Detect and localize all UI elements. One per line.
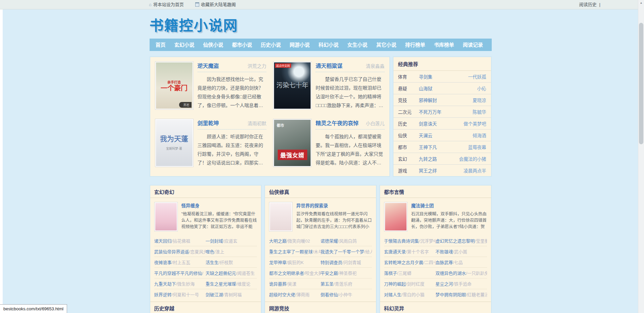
book-link[interactable]: 双缠异色的湖水 [435,271,466,276]
book-link[interactable]: 夜摊诡事 [154,260,172,265]
category-link[interactable]: 二次元 [398,108,419,115]
book-link[interactable]: 血脉武尊 [435,260,453,265]
author-link[interactable]: 木与 [313,249,320,254]
book-link[interactable]: 不死万万年 [419,108,442,115]
author-link[interactable]: 闻道苍生 [236,271,255,276]
scroll-up-arrow-icon[interactable]: ▲ [638,0,644,6]
book-link[interactable]: 噬色 [206,249,214,254]
author-link[interactable]: 微笑向暖02 [286,239,310,244]
book-link[interactable]: 剑破江湖 [206,292,223,297]
book-link[interactable]: 冥王之绊 [419,167,437,174]
nav-item[interactable]: 其它小说 [372,39,401,51]
book-title-link[interactable]: 逆天魔盗 [198,61,219,69]
author-link[interactable]: 纤枝默 [219,260,233,265]
book-link[interactable]: 于懐陽古典诗词集 [384,239,419,244]
book-cover[interactable]: 起点中文网 污染七十年 [273,61,312,110]
book-link[interactable]: 活生生 [206,260,219,265]
nav-item[interactable]: 阅读记录 [459,39,487,51]
book-link[interactable]: 超级时空大佬 [269,292,295,297]
book-link[interactable]: 邪神解封 [419,97,437,103]
book-link[interactable]: 诡异墓葬 [269,281,286,286]
book-title-link[interactable]: 异世界的探索录 [296,203,328,208]
nav-item[interactable]: 都市小说 [228,39,257,51]
book-link[interactable]: 倒着修仙 [321,292,338,297]
book-link[interactable]: 天澜云 [419,132,433,139]
nav-item[interactable]: 玄幻小说 [170,39,199,51]
book-cover[interactable] [154,202,178,231]
book-link[interactable]: 平凡的穿越不平凡的修仙 [154,271,202,276]
book-cover[interactable]: 都市 最强女婿 [273,119,312,167]
category-link[interactable]: 历史 [398,120,419,127]
book-cover[interactable]: 我为天蓬 宝姬阿梦·著 [155,119,194,167]
nav-item[interactable]: 女生小说 [343,39,372,51]
book-link[interactable]: 玄转乾坤之古月夕晨 [384,260,423,265]
category-link[interactable]: 仙侠 [398,132,419,139]
reading-history-link[interactable]: 阅读历史 [579,0,597,9]
book-link[interactable]: 大明之巅 [269,239,286,244]
author-link[interactable]: 会魔法的小猪 [459,155,486,162]
book-link[interactable]: 山海狱 [419,85,433,92]
book-title-link[interactable]: 魔法骑士团 [411,203,434,208]
author-link[interactable]: 夏晓凉 [473,97,486,103]
book-link[interactable]: 剑意诛天 [419,120,437,127]
book-link[interactable]: 重生之主宰了一颗星球 [269,249,313,254]
author-link[interactable]: 青树阿福 [223,292,242,297]
author-link[interactable]: 一只趴趴兔 [466,271,487,276]
author-link[interactable]: 给人 [364,249,372,254]
book-link[interactable]: 梦中拥有阴阳眼 [435,292,466,297]
book-title-link[interactable]: 通天稻粱谋 [316,61,342,69]
book-link[interactable]: 重生之星光璀璨 [206,281,236,286]
book-link[interactable]: 我遗失了一千零一个梦 [321,249,364,254]
category-link[interactable]: 都市 [398,144,419,150]
author-link[interactable]: 武小嵩 [453,249,467,254]
book-link[interactable]: 诸天回归 [154,239,172,244]
book-link[interactable]: 虚幻死忆之遗忘黎明 [435,239,475,244]
book-link[interactable]: 天缺之超兽纪元 [206,271,236,276]
author-link[interactable] [202,271,204,276]
author-link[interactable]: 吴漾 [286,281,297,286]
book-author-link[interactable]: 小白莲儿 [366,120,385,126]
author-link[interactable]: 雪白的小猫 [401,292,425,297]
author-link[interactable]: 风雨白鸽 [338,239,357,244]
book-link[interactable]: 玄唐通天录 [384,249,406,254]
book-link[interactable]: 第五圣 [321,281,334,286]
book-link[interactable]: 刀神的崛起 [384,281,406,286]
book-title-link[interactable]: 怪异缠身 [181,203,200,208]
author-link[interactable]: 维度论 [236,281,251,286]
category-link[interactable]: 游戏 [398,167,419,174]
nav-item[interactable]: 书库榜单 [430,39,459,51]
author-link[interactable]: 蓝莓夜幕 [468,144,486,150]
author-link[interactable]: 微生妙海 [176,281,195,286]
book-cover[interactable] [269,202,292,231]
book-link[interactable]: 龙甲神章 [269,260,286,265]
author-link[interactable]: 铁手追命 [453,281,472,286]
site-logo-title[interactable]: 书籍控小说网 [150,14,492,35]
book-link[interactable]: 九重天劫下 [154,281,176,286]
book-link[interactable]: 一剑封域 [206,239,223,244]
author-link[interactable]: 薄荷雨 [295,292,310,297]
author-link[interactable]: 一代妖孤 [468,73,486,80]
book-cover[interactable] [384,202,408,231]
author-link[interactable]: 二四十 [423,260,435,265]
author-link[interactable]: 小仲牛 [338,292,353,297]
book-cover[interactable]: 亲手打造 一个豪门 黑岩 [155,61,194,110]
book-link[interactable]: 妖界逆转 [154,292,172,297]
author-link[interactable]: 恋夏风光 [189,249,206,254]
book-link[interactable]: 寻剑集 [419,73,433,80]
book-author-link[interactable]: 洪荒之力 [248,62,266,69]
nav-item[interactable]: 仙侠小说 [199,39,228,51]
favorite-site-link[interactable]: 收藏新大陆笔趣阁 [195,0,236,9]
author-link[interactable]: 陈毓华 [473,108,486,115]
book-author-link[interactable]: 清雨初默 [248,120,266,126]
nav-item[interactable]: 科幻小说 [314,39,343,51]
author-link[interactable]: 何夏和十一号 [172,292,199,297]
category-link[interactable]: 体育 [398,73,419,80]
author-link[interactable]: 拈花佛祖 [172,239,191,244]
book-link[interactable]: 特别调查员 [321,260,342,265]
author-link[interactable]: 剑时红度 [406,281,425,286]
nav-item[interactable]: 网游小说 [285,39,314,51]
book-link[interactable]: 武装仙帝异界逍遥 [154,249,189,254]
author-link[interactable]: 第十个名字 [406,249,429,254]
nav-item[interactable]: 首页 [151,39,170,51]
author-link[interactable]: 莹里夢 [475,239,487,244]
